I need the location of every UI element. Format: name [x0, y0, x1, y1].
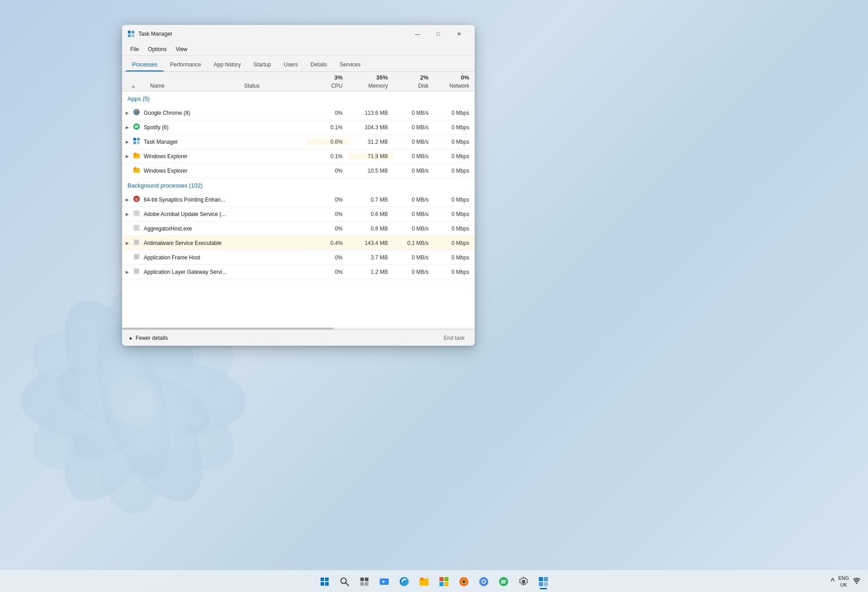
expand-icon[interactable]: ▶ — [122, 125, 132, 130]
expand-icon[interactable]: ▶ — [122, 111, 132, 115]
close-button[interactable]: ✕ — [448, 27, 469, 41]
menu-view[interactable]: View — [171, 44, 192, 54]
svg-rect-55 — [325, 578, 329, 581]
language-indicator[interactable]: ENG UK — [838, 575, 849, 588]
svg-rect-38 — [134, 153, 137, 154]
ms-store-icon[interactable] — [435, 573, 453, 591]
apps-section-header: Apps (5) — [122, 91, 475, 106]
tray-expand-icon[interactable]: ^ — [831, 577, 835, 586]
scrollbar-track[interactable] — [122, 328, 475, 329]
svg-point-13 — [56, 323, 212, 479]
edge-icon[interactable] — [395, 573, 413, 591]
process-memory: 0.8 MB — [348, 226, 393, 232]
tab-performance[interactable]: Performance — [164, 59, 208, 71]
table-row[interactable]: AggregatorHost.exe 0% 0.8 MB 0 MB/s 0 Mb… — [122, 221, 475, 236]
col-network-label[interactable]: Network — [434, 83, 475, 89]
col-name-label[interactable]: Name — [145, 83, 244, 89]
process-name: Spotify (6) — [141, 124, 244, 131]
taskmanager-taskbar-icon[interactable] — [534, 573, 552, 591]
process-list[interactable]: Apps (5) ▶ Google Chrome (8) 0% — [122, 91, 475, 328]
disk-pct-header[interactable]: 2% — [393, 72, 434, 81]
process-disk: 0 MB/s — [393, 139, 434, 145]
end-task-button[interactable]: End task — [440, 333, 468, 343]
svg-rect-63 — [365, 582, 368, 586]
process-name: 64-bit Synaptics Pointing Enhan... — [141, 197, 244, 203]
svg-rect-34 — [133, 141, 136, 144]
tab-services[interactable]: Services — [334, 59, 367, 71]
svg-point-15 — [49, 350, 218, 451]
svg-point-16 — [56, 323, 212, 479]
table-row[interactable]: ▶ Windows Explorer 0.1% 71.9 MB 0 MB/s 0… — [122, 149, 475, 164]
process-icon-spotify — [132, 123, 141, 132]
table-row[interactable]: ▶ Task Manager 0.6% 31.2 MB 0 MB/s 0 Mbp… — [122, 135, 475, 149]
region-text: UK — [838, 582, 849, 588]
spotify-taskbar-icon[interactable] — [495, 573, 513, 591]
process-network: 0 Mbps — [434, 254, 475, 261]
table-row[interactable]: ▶ Antimalware Service Executable 0.4% 14… — [122, 236, 475, 250]
svg-rect-26 — [132, 31, 134, 33]
maximize-button[interactable]: □ — [428, 27, 448, 41]
table-row[interactable]: ▶ Spotify (6) 0.1% 104.3 MB 0 MB/s 0 Mbp… — [122, 120, 475, 135]
file-explorer-icon[interactable] — [415, 573, 433, 591]
process-memory: 71.9 MB — [348, 153, 393, 160]
expand-icon[interactable]: ▶ — [122, 154, 132, 159]
apps-section-title: Apps (5) — [127, 95, 150, 102]
minimize-button[interactable]: — — [407, 27, 428, 41]
svg-rect-35 — [137, 141, 140, 144]
table-row[interactable]: ▶ Google Chrome (8) 0% 113.6 MB 0 MB/s 0… — [122, 106, 475, 120]
process-cpu: 0% — [307, 110, 348, 116]
tab-app-history[interactable]: App history — [208, 59, 247, 71]
start-icon[interactable] — [316, 573, 334, 591]
taskview-icon[interactable] — [355, 573, 373, 591]
process-memory: 10.5 MB — [348, 168, 393, 174]
col-status-label[interactable]: Status — [244, 83, 307, 89]
menu-options[interactable]: Options — [143, 44, 171, 54]
table-row[interactable]: Windows Explorer 0% 10.5 MB 0 MB/s 0 Mbp… — [122, 164, 475, 178]
tab-users[interactable]: Users — [277, 59, 304, 71]
process-name: Windows Explorer — [141, 153, 244, 160]
fewer-details-label: Fewer details — [136, 335, 168, 341]
expand-icon[interactable]: ▶ — [122, 197, 132, 202]
settings-taskbar-icon[interactable] — [514, 573, 533, 591]
process-cpu: 0% — [307, 211, 348, 217]
tab-details[interactable]: Details — [304, 59, 334, 71]
fewer-details-button[interactable]: ▲ Fewer details — [128, 335, 168, 341]
tab-startup[interactable]: Startup — [247, 59, 278, 71]
cpu-pct-header[interactable]: 3% — [307, 72, 348, 81]
col-cpu-label[interactable]: CPU — [307, 83, 348, 89]
process-network: 0 Mbps — [434, 139, 475, 145]
svg-point-21 — [49, 350, 218, 451]
expand-icon[interactable]: ▶ — [122, 140, 132, 144]
svg-rect-33 — [137, 138, 140, 141]
svg-rect-28 — [132, 34, 134, 37]
scrollbar-thumb[interactable] — [122, 328, 334, 329]
process-disk: 0 MB/s — [393, 153, 434, 160]
expand-icon[interactable]: ▶ — [122, 212, 132, 216]
col-memory-label[interactable]: Memory — [348, 83, 393, 89]
svg-rect-80 — [544, 577, 548, 581]
expand-icon[interactable]: ▶ — [122, 241, 132, 245]
window-title: Task Manager — [138, 31, 407, 37]
col-disk-label[interactable]: Disk — [393, 83, 434, 89]
process-name: AggregatorHost.exe — [141, 226, 244, 232]
table-row[interactable]: Application Frame Host 0% 3.7 MB 0 MB/s … — [122, 250, 475, 265]
svg-rect-27 — [128, 34, 131, 37]
zoom-icon[interactable] — [375, 573, 393, 591]
svg-rect-25 — [128, 31, 131, 33]
clock[interactable] — [853, 576, 861, 586]
net-pct-header[interactable]: 0% — [434, 72, 475, 81]
expand-icon[interactable]: ▶ — [122, 270, 132, 274]
table-row[interactable]: ▶ Application Layer Gateway Servi... 0% … — [122, 265, 475, 279]
table-area: Apps (5) ▶ Google Chrome (8) 0% — [122, 91, 475, 328]
table-row[interactable]: ▶ Adobe Acrobat Update Service (... 0% 0… — [122, 207, 475, 221]
mem-pct-header[interactable]: 35% — [348, 72, 393, 81]
tab-processes[interactable]: Processes — [126, 59, 164, 71]
chrome-taskbar-icon[interactable] — [475, 573, 493, 591]
process-icon-explorer — [132, 152, 141, 160]
svg-rect-79 — [539, 577, 543, 581]
menu-file[interactable]: File — [126, 44, 143, 54]
process-cpu: 0.4% — [307, 240, 348, 246]
table-row[interactable]: ▶ S 64-bit Synaptics Pointing Enhan... 0… — [122, 193, 475, 207]
firefox-icon[interactable] — [455, 573, 473, 591]
search-icon[interactable] — [335, 573, 354, 591]
